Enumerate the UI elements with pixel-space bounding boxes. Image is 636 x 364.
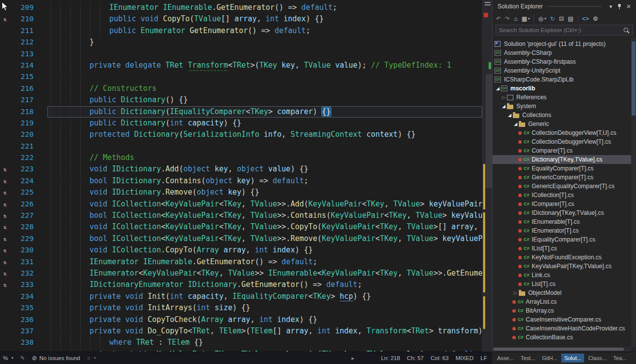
line-number[interactable]: 226 (10, 199, 38, 210)
tree-item[interactable]: C#List[T].cs (493, 280, 631, 288)
code-text[interactable]: bool ICollection<KeyValuePair<TKey, TVal… (47, 233, 482, 244)
tree-item[interactable]: C#GenericEqualityComparer[T].cs (493, 182, 631, 191)
expander-collapsed-icon[interactable]: ▷ (500, 95, 507, 100)
expander-expanded-icon[interactable]: ◢ (500, 104, 507, 109)
tree-item[interactable]: C#CaseInsensitiveComparer.cs (493, 315, 631, 324)
line-number[interactable]: 224 (10, 175, 38, 187)
tree-item[interactable]: C#KeyNotFoundException.cs (493, 253, 631, 262)
code-text[interactable]: IDictionaryEnumerator IDictionary.GetEnu… (47, 279, 482, 290)
line-number[interactable]: 235 (10, 302, 38, 314)
tree-item[interactable]: ▷References (493, 93, 631, 102)
line-number[interactable]: 227 (10, 210, 38, 221)
line-indicator[interactable]: Ln: 218 (381, 355, 400, 361)
window-position-icon[interactable]: ▾ (606, 3, 615, 10)
tree-item[interactable]: C#CaseInsensitiveHashCodeProvider.cs (493, 324, 631, 333)
scrollbar-thumb[interactable] (486, 74, 492, 188)
line-number[interactable]: 219 (10, 118, 38, 129)
zoom-control[interactable]: %▾ (3, 355, 13, 361)
line-number[interactable]: 233 (10, 279, 38, 290)
line-number[interactable]: 232 (10, 268, 38, 279)
code-text[interactable] (47, 141, 482, 152)
show-all-files-icon[interactable]: ◎▾ (537, 15, 547, 23)
vscroll-thumb[interactable] (632, 41, 636, 116)
code-text[interactable]: bool ICollection<KeyValuePair<TKey, TVal… (47, 210, 482, 221)
implements-interface-icon[interactable]: ↑↓ (0, 210, 10, 221)
implements-interface-icon[interactable]: ↑↓ (0, 163, 10, 175)
line-number[interactable]: 218 (10, 106, 38, 118)
implements-interface-icon[interactable]: ↑↓ (0, 187, 10, 198)
code-text[interactable]: public Enumerator GetEnumerator() => def… (47, 25, 482, 37)
tree-item[interactable]: C#IList[T].cs (493, 244, 631, 253)
line-number[interactable]: 221 (10, 141, 38, 152)
line-number[interactable]: 239 (10, 349, 38, 352)
indentation-indicator[interactable]: MIXED (455, 355, 473, 361)
code-text[interactable]: private static KeyValuePair<TKey, TValue… (47, 349, 482, 352)
code-text[interactable]: } (47, 37, 482, 48)
line-number[interactable]: 234 (10, 291, 38, 302)
tree-item[interactable]: ◢Collections (493, 111, 631, 120)
implements-interface-icon[interactable]: ↑↓ (0, 175, 10, 187)
explorer-scrollbar[interactable] (631, 38, 636, 347)
code-text[interactable] (47, 71, 482, 82)
line-number[interactable]: 223 (10, 163, 38, 175)
line-number[interactable]: 237 (10, 325, 38, 337)
tree-item[interactable]: C#KeyValuePair[TKey,TValue].cs (493, 262, 631, 271)
tree-item[interactable]: C#CollectionDebuggerView[T,U].cs (493, 128, 631, 137)
editor-overview-scrollbar[interactable] (482, 0, 492, 352)
implements-interface-icon[interactable]: ↑↓ (0, 221, 10, 233)
line-number[interactable]: 209 (10, 2, 38, 13)
code-text[interactable]: void IDictionary.Remove(object key) {} (47, 187, 482, 198)
line-number[interactable]: 222 (10, 152, 38, 163)
tree-item[interactable]: C#IEqualityComparer[T].cs (493, 235, 631, 244)
line-number[interactable]: 229 (10, 233, 38, 244)
implements-interface-icon[interactable]: ↑↓ (0, 244, 10, 256)
view-code-icon[interactable]: <> (581, 15, 591, 23)
switch-views-icon[interactable]: ▦▾ (520, 15, 531, 23)
code-text[interactable]: public Dictionary(int capacity) {} (47, 118, 482, 129)
tree-item[interactable]: C#Comparer[T].cs (493, 146, 631, 155)
code-editor[interactable]: ↑↓209IEnumerator IEnumerable.GetEnumerat… (0, 0, 482, 352)
tree-item[interactable]: ◢C#mscorlib (493, 84, 631, 93)
nav-forward-icon[interactable]: ↷ (503, 15, 511, 23)
hscroll-thumb[interactable] (494, 348, 624, 351)
panel-tab[interactable]: Class... (585, 354, 609, 363)
implements-interface-icon[interactable]: ↑↓ (0, 233, 10, 244)
line-number[interactable]: 220 (10, 129, 38, 140)
code-text[interactable]: private void CopyToCheck(Array array, in… (47, 314, 482, 325)
tree-item[interactable]: C#IEnumerable[T].cs (493, 217, 631, 226)
settings-icon[interactable]: ⚙ (591, 15, 600, 23)
expander-expanded-icon[interactable]: ◢ (506, 113, 513, 118)
line-number[interactable]: 236 (10, 314, 38, 325)
panel-tab[interactable]: GitH... (539, 354, 560, 363)
code-text[interactable]: public Dictionary(IEqualityComparer<TKey… (47, 106, 482, 118)
panel-tab[interactable]: Asse... (494, 354, 517, 363)
close-icon[interactable]: ✕ (624, 3, 633, 10)
code-text[interactable]: −private void Do_CopyTo<TRet, TElem>(TEl… (47, 325, 482, 337)
line-number[interactable]: 225 (10, 187, 38, 198)
code-text[interactable]: where TRet : TElem {} (47, 337, 482, 348)
tree-item[interactable]: C#GenericComparer[T].cs (493, 173, 631, 182)
tree-item[interactable]: C#Link.cs (493, 271, 631, 280)
expander-collapsed-icon[interactable]: ▷ (512, 290, 519, 295)
column-indicator[interactable]: Col: 63 (431, 355, 449, 361)
line-number[interactable]: 212 (10, 37, 38, 48)
tree-item[interactable]: Solution 'project-gui' (11 of 11 project… (493, 40, 631, 48)
code-text[interactable] (47, 48, 482, 60)
collapse-all-icon[interactable]: ⊟ (557, 15, 565, 23)
line-number[interactable]: 216 (10, 83, 38, 94)
char-indicator[interactable]: Ch: 57 (407, 355, 424, 361)
sync-with-active-document-icon[interactable]: ↻ (548, 15, 556, 23)
code-text[interactable]: IEnumerator IEnumerable.GetEnumerator() … (47, 256, 482, 268)
code-text[interactable]: bool IDictionary.Contains(object key) =>… (47, 175, 482, 187)
tree-item[interactable]: C#CollectionBase.cs (493, 333, 631, 342)
code-text[interactable]: protected Dictionary(SerializationInfo i… (47, 129, 482, 140)
expander-expanded-icon[interactable]: ◢ (495, 86, 501, 91)
code-text[interactable]: IEnumerator<KeyValuePair<TKey, TValue>> … (47, 268, 482, 279)
tree-item[interactable]: C#Dictionary[TKey,TValue].cs (493, 155, 631, 164)
search-box[interactable]: Search Solution Explorer (Ctrl+;) (496, 25, 633, 36)
home-icon[interactable]: ⌂ (512, 15, 519, 23)
nav-back-icon[interactable]: ↶ (495, 15, 502, 23)
line-number[interactable]: 214 (10, 60, 38, 71)
code-text[interactable]: void IDictionary.Add(object key, object … (47, 163, 482, 175)
tree-item[interactable]: C#Assembly-CSharp-firstpass (493, 57, 631, 66)
